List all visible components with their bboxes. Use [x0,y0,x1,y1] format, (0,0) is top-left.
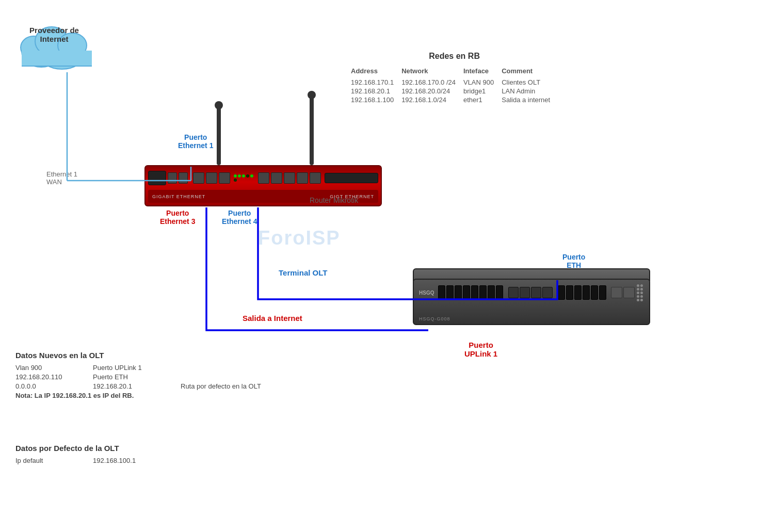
datos-nuevos-title: Datos Nuevos en la OLT [15,351,261,360]
table-row: 192.168.1.100192.168.1.0/24ether1Salida … [351,95,558,104]
salida-internet-label: Salida a Internet [243,314,302,323]
datos-nota: Nota: La IP 192.168.20.1 es IP del RB. [15,392,261,399]
port-uplink-label: Puerto UPLink 1 [464,341,497,358]
redes-table: Redes en RB Address Network Inteface Com… [351,52,558,104]
table-cell: LAN Admin [502,87,558,95]
table-row: 192.168.20.1192.168.20.0/24bridge1LAN Ad… [351,87,558,95]
svg-rect-5 [22,51,92,66]
list-item: Ip default192.168.100.1 [15,457,170,464]
port-eth3-label: Puerto Ethernet 3 [160,209,195,225]
antenna-right [310,93,314,165]
col-network: Network [401,66,463,78]
table-row: 192.168.170.1192.168.170.0 /24VLAN 900Cl… [351,78,558,87]
datos-defecto-section: Datos por Defecto de la OLT Ip default19… [15,444,170,466]
table-cell: VLAN 900 [463,78,502,87]
table-cell: 192.168.170.1 [351,78,401,87]
col-comment: Comment [502,66,558,78]
datos-defecto-title: Datos por Defecto de la OLT [15,444,170,453]
antenna-left [217,103,221,165]
col-address: Address [351,66,401,78]
table-cell: ether1 [463,95,502,104]
list-item: 192.168.20.110Puerto ETH [15,373,261,381]
list-item: 0.0.0.0192.168.20.1Ruta por defecto en l… [15,382,261,390]
olt-device: HSGQ [413,279,650,325]
cloud-shape [15,15,98,72]
cloud-label: Proveedor de Internet [10,26,98,43]
table-cell: 192.168.170.0 /24 [401,78,463,87]
list-item: Vlan 900Puerto UPLink 1 [15,364,261,372]
watermark: ForoISP [258,227,341,249]
col-interface: Inteface [463,66,502,78]
port-eth1-label: Puerto Ethernet 1 [178,133,213,150]
antenna-ball-left [215,101,223,109]
port-eth-label: Puerto ETH [562,253,585,269]
table-cell: 192.168.1.0/24 [401,95,463,104]
datos-nuevos-section: Datos Nuevos en la OLT Vlan 900Puerto UP… [15,351,261,399]
table-cell: 192.168.20.1 [351,87,401,95]
table-cell: 192.168.1.100 [351,95,401,104]
table-cell: bridge1 [463,87,502,95]
antenna-ball-right [308,91,316,99]
table-cell: 192.168.20.0/24 [401,87,463,95]
port-eth4-label: Puerto Ethernet 4 [222,209,257,225]
redes-title: Redes en RB [351,52,558,61]
ethernet-wan-label: Ethernet 1 WAN [46,170,77,186]
terminal-olt-label: Terminal OLT [279,268,327,277]
router-label: Router Mikrotik [310,196,358,204]
table-cell: Salida a internet [502,95,558,104]
table-cell: Clientes OLT [502,78,558,87]
